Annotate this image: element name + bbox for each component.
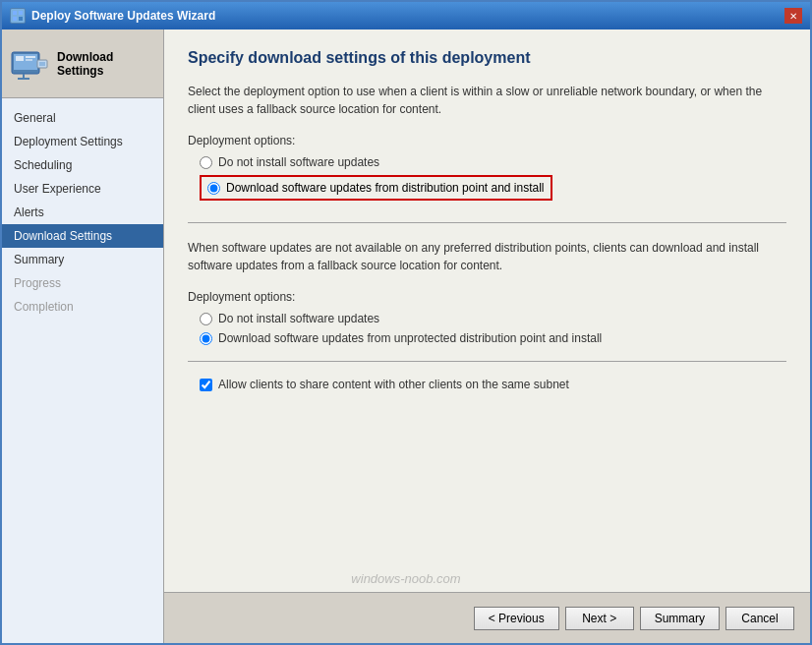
main-window: Deploy Software Updates Wizard ✕: [0, 0, 812, 645]
sidebar-item-completion: Completion: [2, 295, 163, 319]
next-button[interactable]: Next >: [565, 607, 634, 630]
page-title: Specify download settings of this deploy…: [188, 49, 786, 67]
sidebar-icon: [10, 44, 49, 84]
radio-download-unprotected-dp-input[interactable]: [200, 332, 212, 345]
sidebar-item-deployment-settings[interactable]: Deployment Settings: [2, 130, 163, 153]
sidebar: Download Settings General Deployment Set…: [2, 29, 164, 643]
radio-download-unprotected-dp[interactable]: Download software updates from unprotect…: [200, 331, 786, 345]
sidebar-item-download-settings[interactable]: Download Settings: [2, 224, 163, 248]
main-content: Specify download settings of this deploy…: [164, 29, 810, 643]
checkbox-share-content[interactable]: Allow clients to share content with othe…: [200, 378, 786, 391]
sidebar-item-alerts[interactable]: Alerts: [2, 201, 163, 224]
section2-description: When software updates are not available …: [188, 239, 786, 274]
svg-rect-8: [26, 59, 32, 61]
cancel-button[interactable]: Cancel: [725, 607, 794, 630]
section-divider-1: [188, 222, 786, 223]
radio-download-dp-label: Download software updates from distribut…: [226, 181, 545, 195]
sidebar-item-general[interactable]: General: [2, 106, 163, 130]
section2-radio-group: Do not install software updates Download…: [188, 312, 786, 345]
svg-rect-10: [18, 78, 29, 80]
section1-description: Select the deployment option to use when…: [188, 83, 786, 118]
radio-no-install-1-input[interactable]: [200, 156, 212, 169]
svg-rect-7: [26, 56, 35, 58]
title-bar: Deploy Software Updates Wizard ✕: [2, 2, 810, 29]
sidebar-nav: General Deployment Settings Scheduling U…: [2, 98, 163, 643]
share-content-label: Allow clients to share content with othe…: [218, 378, 569, 391]
wizard-body: Download Settings General Deployment Set…: [2, 29, 810, 643]
svg-rect-6: [16, 56, 24, 61]
svg-rect-3: [19, 17, 23, 21]
sidebar-item-summary[interactable]: Summary: [2, 248, 163, 271]
title-icon: [10, 8, 26, 24]
svg-rect-1: [19, 11, 23, 15]
sidebar-header: Download Settings: [2, 29, 163, 98]
svg-rect-12: [39, 62, 45, 66]
sidebar-header-text: Download Settings: [57, 50, 155, 78]
radio-no-install-1-label: Do not install software updates: [218, 155, 379, 169]
footer: < Previous Next > Summary Cancel: [164, 592, 810, 643]
svg-rect-2: [13, 17, 17, 21]
close-button[interactable]: ✕: [784, 8, 802, 24]
share-content-checkbox[interactable]: [200, 379, 212, 391]
radio-download-dp-input[interactable]: [207, 182, 220, 195]
sidebar-item-progress: Progress: [2, 271, 163, 295]
previous-button[interactable]: < Previous: [474, 607, 559, 630]
radio-no-install-1[interactable]: Do not install software updates: [200, 155, 786, 169]
radio-download-unprotected-dp-label: Download software updates from unprotect…: [218, 331, 602, 345]
highlighted-radio-option: Download software updates from distribut…: [200, 175, 552, 201]
section-divider-2: [188, 361, 786, 362]
content-area: Specify download settings of this deploy…: [164, 29, 810, 592]
radio-no-install-2-input[interactable]: [200, 313, 212, 325]
section2-label: Deployment options:: [188, 290, 786, 304]
window-title: Deploy Software Updates Wizard: [31, 9, 215, 23]
svg-rect-0: [13, 11, 17, 15]
sidebar-item-user-experience[interactable]: User Experience: [2, 177, 163, 201]
summary-button[interactable]: Summary: [640, 607, 720, 630]
radio-no-install-2-label: Do not install software updates: [218, 312, 379, 325]
sidebar-item-scheduling[interactable]: Scheduling: [2, 153, 163, 177]
title-bar-left: Deploy Software Updates Wizard: [10, 8, 215, 24]
radio-no-install-2[interactable]: Do not install software updates: [200, 312, 786, 325]
section1-label: Deployment options:: [188, 134, 786, 147]
section1-radio-group: Do not install software updates: [188, 155, 786, 169]
